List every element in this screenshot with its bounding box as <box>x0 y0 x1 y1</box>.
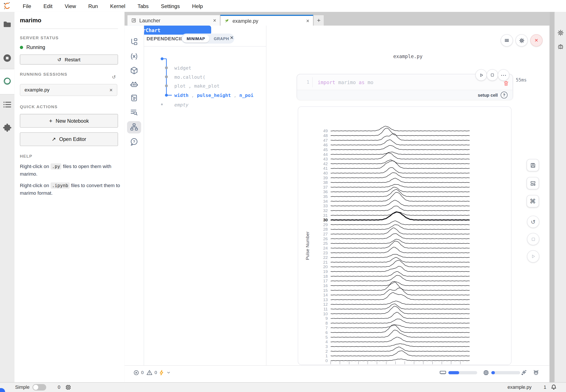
delete-cell-icon[interactable] <box>503 80 509 86</box>
ai-sparkle-button[interactable] <box>520 366 527 379</box>
run-mode-dropdown[interactable] <box>158 366 171 379</box>
svg-text:6: 6 <box>326 330 328 335</box>
menu-edit[interactable]: Edit <box>37 3 59 9</box>
svg-text:49: 49 <box>323 128 328 133</box>
tree-item-empty[interactable]: empty <box>174 102 188 108</box>
open-editor-button[interactable]: ↗ Open Editor <box>20 132 118 146</box>
status-dot-icon <box>20 45 23 49</box>
svg-text:7: 7 <box>326 326 328 330</box>
statusbar-filename[interactable]: example.py <box>508 384 532 390</box>
setup-help-icon[interactable]: ? <box>501 92 508 98</box>
tree-item-callout[interactable]: mo.callout( <box>174 74 205 80</box>
toggle-minimap[interactable]: MINIMAP <box>182 35 209 43</box>
stop-cell-button[interactable] <box>487 69 498 81</box>
undo-button[interactable]: ↺ <box>527 216 539 228</box>
settings-gear-icon[interactable] <box>557 29 564 36</box>
svg-text:16: 16 <box>323 283 328 288</box>
dependencies-graph-icon[interactable] <box>130 123 139 132</box>
save-button[interactable] <box>527 159 539 171</box>
tree-item-widget[interactable]: widget <box>174 65 191 71</box>
session-name: example.py <box>25 87 49 93</box>
help-bubble-icon[interactable]: ? <box>130 138 139 147</box>
refresh-sessions-icon[interactable]: ↻ <box>112 74 116 80</box>
tree-item-params[interactable]: width , pulse_height , n_poi <box>174 93 253 98</box>
close-tab-icon[interactable]: × <box>306 18 310 24</box>
menu-run[interactable]: Run <box>82 3 104 9</box>
cell-more-button[interactable]: ⋯ <box>498 69 509 81</box>
close-panel-icon[interactable]: × <box>230 34 234 42</box>
close-session-icon[interactable]: × <box>109 87 113 93</box>
scrollbar-gutter[interactable] <box>549 12 554 382</box>
svg-text:20: 20 <box>338 364 342 365</box>
layout-button[interactable] <box>527 177 539 190</box>
svg-text:37: 37 <box>323 185 328 190</box>
menu-help[interactable]: Help <box>186 3 209 9</box>
menu-kernel[interactable]: Kernel <box>104 3 131 9</box>
menu-tabs[interactable]: Tabs <box>132 3 155 9</box>
svg-text:100: 100 <box>374 364 380 365</box>
svg-text:13: 13 <box>323 297 328 302</box>
close-tab-icon[interactable]: × <box>213 17 216 23</box>
svg-text:19: 19 <box>323 269 328 274</box>
shutdown-close-button[interactable]: × <box>530 34 543 47</box>
file-tree-icon[interactable] <box>130 38 139 47</box>
new-tab-button[interactable]: + <box>313 15 324 26</box>
extensions-icon[interactable] <box>3 123 12 132</box>
menu-file[interactable]: File <box>17 3 37 9</box>
marimo-sidebar: marimo SERVER STATUS Running ↻ Restart R… <box>15 12 125 382</box>
kernel-chip-icon[interactable] <box>65 384 71 391</box>
bell-icon[interactable] <box>550 384 557 391</box>
running-sessions-heading: RUNNING SESSIONS <box>20 72 67 77</box>
plus-icon: + <box>49 117 53 124</box>
interrupt-button[interactable] <box>527 233 539 245</box>
debugger-bug-icon[interactable] <box>557 43 564 50</box>
svg-text:140: 140 <box>392 364 399 365</box>
notebook-footer: 0 0 <box>125 365 550 379</box>
new-notebook-button[interactable]: + New Notebook <box>20 114 118 128</box>
lightning-icon <box>158 369 164 376</box>
code-editor[interactable]: import marimo as mo <box>318 79 373 85</box>
panel-divider <box>266 26 267 365</box>
logs-scroll-icon[interactable] <box>130 94 139 103</box>
svg-text:33: 33 <box>323 204 328 208</box>
marimo-cat-button[interactable] <box>532 366 539 379</box>
warnings-indicator[interactable]: 0 <box>146 366 157 379</box>
statusbar-kernel-count[interactable]: 1 <box>544 384 546 390</box>
menu-view[interactable]: View <box>59 3 82 9</box>
ai-robot-icon[interactable] <box>130 80 139 89</box>
table-of-contents-icon[interactable] <box>3 100 12 109</box>
svg-text:2: 2 <box>326 349 328 354</box>
tree-item-plot[interactable]: plot , make_plot <box>174 83 219 89</box>
svg-text:200: 200 <box>420 364 427 365</box>
notebook-settings-button[interactable] <box>515 34 528 47</box>
file-browser-icon[interactable] <box>3 20 12 29</box>
restart-button[interactable]: ↻ Restart <box>20 55 118 65</box>
tree-node-dot <box>161 103 163 105</box>
outline-search-icon[interactable] <box>130 108 139 117</box>
simple-mode-toggle[interactable] <box>32 384 46 391</box>
running-kernels-icon[interactable] <box>3 53 12 63</box>
menu-settings[interactable]: Settings <box>155 3 186 9</box>
svg-text:160: 160 <box>402 364 408 365</box>
svg-text:Pulse Number: Pulse Number <box>305 232 310 260</box>
gear-icon <box>519 37 524 43</box>
packages-cube-icon[interactable] <box>130 66 139 75</box>
svg-text:8: 8 <box>326 321 328 325</box>
errors-indicator[interactable]: 0 <box>133 366 144 379</box>
command-palette-button[interactable]: ⌘ <box>527 195 539 208</box>
tab-example-py[interactable]: example.py × <box>220 15 313 26</box>
help-text-py: Right-click on .py files to open them wi… <box>20 163 120 178</box>
notebook-menu-button[interactable] <box>501 34 513 47</box>
menubar: FileEditViewRunKernelTabsSettingsHelp <box>0 0 566 12</box>
svg-text:3: 3 <box>326 344 328 349</box>
svg-text:29: 29 <box>323 223 328 227</box>
variables-icon[interactable] <box>130 52 139 61</box>
session-item[interactable]: example.py × <box>20 84 117 96</box>
marimo-panel-icon[interactable] <box>3 77 12 86</box>
tab-launcher[interactable]: Launcher × <box>127 15 220 26</box>
svg-text:18: 18 <box>323 274 328 279</box>
svg-text:0: 0 <box>329 364 332 365</box>
svg-text:31: 31 <box>323 213 328 218</box>
run-all-button[interactable] <box>527 250 539 263</box>
run-cell-button[interactable] <box>476 69 487 81</box>
